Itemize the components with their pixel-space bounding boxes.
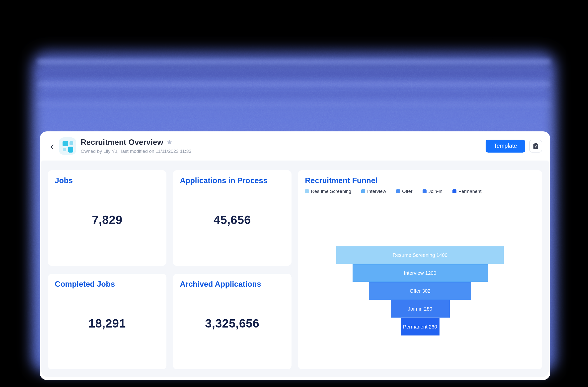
kpi-card-archived-applications: Archived Applications 3,325,656 (173, 274, 292, 369)
legend-label: Resume Screening (311, 189, 351, 194)
legend-item-offer[interactable]: Offer (396, 189, 413, 194)
glow-stripe (37, 82, 551, 86)
back-button[interactable]: ‹ (48, 140, 56, 152)
page-title: Recruitment Overview (81, 138, 163, 147)
kpi-value: 7,829 (48, 213, 166, 227)
funnel-legend: Resume ScreeningInterviewOfferJoin-inPer… (305, 189, 481, 194)
legend-swatch (305, 189, 309, 193)
favorite-star-icon[interactable]: ★ (166, 139, 172, 146)
app-icon-block (63, 141, 68, 146)
legend-item-permanent[interactable]: Permanent (452, 189, 482, 194)
title-block: Recruitment Overview ★ Owned by Lily Yu,… (81, 138, 191, 154)
desktop-background: ‹ Recruitment Overview ★ Owned by Lily Y… (0, 0, 588, 387)
legend-item-resume-screening[interactable]: Resume Screening (305, 189, 351, 194)
legend-swatch (423, 189, 427, 193)
legend-swatch (452, 189, 456, 193)
kpi-value: 18,291 (48, 317, 166, 330)
legend-item-join-in[interactable]: Join-in (423, 189, 442, 194)
app-icon-block (70, 141, 73, 145)
kpi-card-applications-in-process: Applications in Process 45,656 (173, 170, 292, 266)
glow-stripe (37, 71, 551, 76)
app-icon-block (68, 147, 73, 153)
card-title: Applications in Process (180, 176, 267, 185)
legend-swatch (396, 189, 400, 193)
clipboard-edit-icon (532, 143, 539, 150)
legend-label: Interview (367, 189, 386, 194)
card-title: Archived Applications (180, 280, 261, 289)
glow-stripe (37, 103, 551, 106)
kpi-card-completed-jobs: Completed Jobs 18,291 (48, 274, 166, 369)
legend-label: Offer (402, 189, 413, 194)
glow-stripe (37, 60, 551, 64)
funnel-segment-interview[interactable]: Interview 1200 (353, 264, 488, 282)
header-actions: Template (486, 140, 542, 153)
legend-swatch (361, 189, 365, 193)
dashboard-content: Jobs 7,829 Applications in Process 45,65… (41, 161, 549, 377)
card-title: Jobs (55, 176, 73, 185)
card-title: Completed Jobs (55, 280, 115, 289)
recruitment-funnel-card: Recruitment Funnel Resume ScreeningInter… (298, 170, 542, 369)
page-subtitle: Owned by Lily Yu, last modified on 11/11… (81, 149, 191, 154)
kpi-value: 3,325,656 (173, 317, 292, 330)
template-button[interactable]: Template (486, 140, 525, 153)
legend-label: Permanent (458, 189, 482, 194)
legend-item-interview[interactable]: Interview (361, 189, 386, 194)
funnel-chart: Resume Screening 1400Interview 1200Offer… (298, 246, 542, 336)
funnel-segment-join-in[interactable]: Join-in 280 (391, 300, 450, 318)
legend-label: Join-in (429, 189, 442, 194)
dashboard-window: ‹ Recruitment Overview ★ Owned by Lily Y… (40, 131, 550, 380)
window-header: ‹ Recruitment Overview ★ Owned by Lily Y… (40, 131, 550, 161)
card-title: Recruitment Funnel (305, 176, 377, 185)
dashboard-app-icon (59, 137, 76, 155)
glow-stripe (37, 93, 551, 97)
app-icon-block (63, 148, 66, 151)
funnel-segment-permanent[interactable]: Permanent 260 (401, 318, 440, 335)
kpi-value: 45,656 (173, 213, 292, 227)
funnel-segment-offer[interactable]: Offer 302 (369, 282, 471, 300)
clipboard-edit-button[interactable] (529, 140, 542, 153)
funnel-segment-resume-screening[interactable]: Resume Screening 1400 (336, 246, 504, 264)
kpi-card-jobs: Jobs 7,829 (48, 170, 166, 266)
